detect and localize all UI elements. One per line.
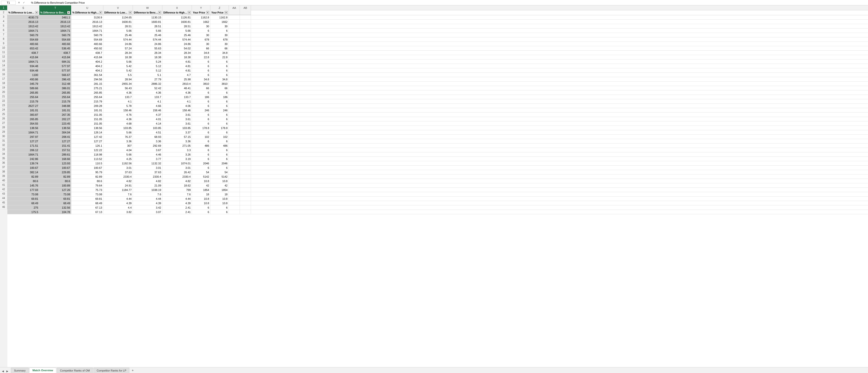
cell[interactable]: 10.8 bbox=[192, 179, 210, 183]
header-cell-aa[interactable] bbox=[229, 10, 240, 15]
cell[interactable]: 158.46 bbox=[103, 108, 133, 112]
cell[interactable] bbox=[229, 81, 240, 86]
cell[interactable]: 2330.4 bbox=[162, 174, 192, 179]
cell[interactable]: 178.8 bbox=[210, 126, 229, 130]
cell[interactable]: 6 bbox=[192, 99, 210, 103]
cell[interactable]: 6 bbox=[210, 148, 229, 152]
cell[interactable]: 294.56 bbox=[71, 77, 103, 81]
cell[interactable]: 127.27 bbox=[39, 139, 71, 143]
cell[interactable]: 255.64 bbox=[7, 95, 39, 99]
cell[interactable] bbox=[229, 139, 240, 143]
cell[interactable]: 2330.4 bbox=[133, 174, 162, 179]
cell[interactable]: 132.56 bbox=[39, 205, 71, 210]
cell[interactable]: 6 bbox=[210, 91, 229, 95]
cell[interactable]: 3.36 bbox=[162, 139, 192, 143]
cell[interactable]: 102 bbox=[192, 135, 210, 139]
col-header-aa[interactable]: AA bbox=[229, 5, 240, 10]
cell[interactable]: 348.88 bbox=[39, 104, 71, 108]
cell[interactable]: 1184.77 bbox=[103, 188, 133, 192]
cell[interactable] bbox=[229, 192, 240, 196]
cell[interactable]: 127.27 bbox=[7, 139, 39, 143]
cell[interactable] bbox=[240, 86, 251, 90]
cell[interactable]: 4030.73 bbox=[7, 15, 39, 20]
cell[interactable]: 450.92 bbox=[71, 46, 103, 50]
cell[interactable]: 312.48 bbox=[39, 81, 71, 86]
cell[interactable]: 68.49 bbox=[39, 201, 71, 205]
cell[interactable]: 383.87 bbox=[7, 112, 39, 117]
confirm-formula-icon[interactable]: ✓ bbox=[22, 0, 26, 5]
cell[interactable] bbox=[240, 148, 251, 152]
cell[interactable] bbox=[240, 20, 251, 24]
cell[interactable]: 6 bbox=[192, 166, 210, 170]
cell[interactable]: 486 bbox=[192, 143, 210, 148]
cell[interactable]: 3.3 bbox=[162, 148, 192, 152]
cell[interactable]: 396.43 bbox=[39, 77, 71, 81]
cell[interactable]: 3.36 bbox=[103, 139, 133, 143]
cell[interactable]: 4.7 bbox=[162, 73, 192, 77]
cell[interactable]: 102 bbox=[210, 135, 229, 139]
cell[interactable]: 6 bbox=[192, 29, 210, 33]
cell[interactable] bbox=[229, 197, 240, 201]
cell[interactable]: 267.35 bbox=[39, 112, 71, 117]
sheet-tab-match-overview[interactable]: Match Overview bbox=[29, 368, 56, 373]
cell[interactable]: 68.93 bbox=[133, 135, 162, 139]
cell[interactable]: 4.44 bbox=[162, 197, 192, 201]
cell[interactable]: 127.27 bbox=[71, 139, 103, 143]
cell[interactable] bbox=[240, 197, 251, 201]
cell[interactable]: 4.06 bbox=[162, 104, 192, 108]
formula-input[interactable] bbox=[30, 1, 867, 4]
cell[interactable]: 18.38 bbox=[103, 55, 133, 59]
cell[interactable]: 25.98 bbox=[162, 77, 192, 81]
cell[interactable]: 438.7 bbox=[71, 50, 103, 55]
cell[interactable]: 4.36 bbox=[162, 91, 192, 95]
tab-nav-prev[interactable]: ◀ bbox=[1, 369, 5, 373]
cell[interactable]: 354.55 bbox=[7, 122, 39, 126]
cell[interactable]: 110.5 bbox=[71, 161, 103, 165]
cell[interactable]: 483.66 bbox=[39, 42, 71, 46]
cell[interactable]: 4.46 bbox=[133, 152, 162, 157]
cell[interactable] bbox=[240, 174, 251, 179]
cell[interactable]: 177.03 bbox=[7, 188, 39, 192]
cell[interactable]: 271.05 bbox=[162, 143, 192, 148]
cell[interactable]: 3.77 bbox=[133, 157, 162, 161]
cell[interactable] bbox=[229, 201, 240, 205]
cell[interactable]: 6 bbox=[210, 210, 229, 214]
cell[interactable]: 68.49 bbox=[7, 201, 39, 205]
cell[interactable]: 265.85 bbox=[7, 91, 39, 95]
cell[interactable]: 1600.81 bbox=[133, 20, 162, 24]
cell[interactable]: 3.01 bbox=[103, 166, 133, 170]
cell[interactable] bbox=[229, 135, 240, 139]
cell[interactable]: 30 bbox=[210, 42, 229, 46]
cell[interactable]: 289.61 bbox=[39, 152, 71, 157]
cell[interactable]: 6 bbox=[210, 152, 229, 157]
cell[interactable]: 361.54 bbox=[71, 73, 103, 77]
cell[interactable]: 1913.42 bbox=[39, 24, 71, 28]
filter-button[interactable]: ▼ bbox=[67, 11, 70, 14]
cell[interactable]: 18 bbox=[210, 192, 229, 196]
cell[interactable]: 5.12 bbox=[133, 68, 162, 72]
cell[interactable]: 493.86 bbox=[7, 77, 39, 81]
cell[interactable] bbox=[229, 91, 240, 95]
filter-button[interactable]: ▼ bbox=[99, 11, 102, 14]
cell[interactable]: 103.85 bbox=[162, 126, 192, 130]
cell[interactable]: 574.44 bbox=[133, 37, 162, 41]
cell[interactable]: 66 bbox=[192, 86, 210, 90]
cell[interactable]: 934.48 bbox=[7, 64, 39, 68]
cell[interactable]: 4.39 bbox=[162, 201, 192, 205]
cell[interactable]: 181.01 bbox=[39, 108, 71, 112]
tab-nav-next[interactable]: ▶ bbox=[5, 369, 9, 373]
cell[interactable]: 34.8 bbox=[192, 50, 210, 55]
cell[interactable]: 2.41 bbox=[162, 205, 192, 210]
cell[interactable]: 208.41 bbox=[39, 135, 71, 139]
cell[interactable]: 54 bbox=[192, 170, 210, 174]
cell[interactable]: 138.56 bbox=[71, 126, 103, 130]
cell[interactable]: 10.8 bbox=[210, 179, 229, 183]
cell[interactable]: 678 bbox=[210, 37, 229, 41]
cell[interactable]: 6 bbox=[210, 29, 229, 33]
cell[interactable]: 554.69 bbox=[71, 37, 103, 41]
cell[interactable]: 4.51 bbox=[133, 130, 162, 134]
cell[interactable] bbox=[229, 126, 240, 130]
cell[interactable]: 18 bbox=[192, 192, 210, 196]
cell[interactable] bbox=[240, 95, 251, 99]
cell[interactable] bbox=[240, 50, 251, 55]
